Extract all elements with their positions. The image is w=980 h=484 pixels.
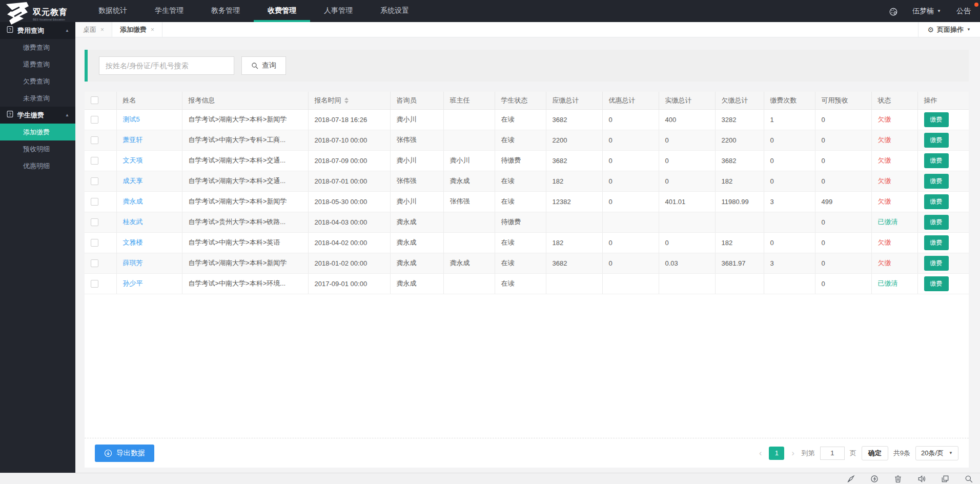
pay-button[interactable]: 缴费 [924, 153, 949, 168]
student-name-link[interactable]: 测试5 [123, 115, 140, 123]
student-name-link[interactable]: 孙少平 [123, 279, 143, 287]
owed-total-cell [715, 212, 764, 232]
nav-item-系统设置[interactable]: 系统设置 [366, 0, 423, 22]
consultant-cell: 张伟强 [390, 171, 443, 191]
user-menu[interactable]: 伍梦楠 ▼ [912, 7, 941, 16]
pay-button[interactable]: 缴费 [924, 133, 949, 148]
sidebar-item-预收明细[interactable]: 预收明细 [0, 140, 75, 157]
sidebar-item-缴费查询[interactable]: 缴费查询 [0, 39, 75, 56]
sidebar-section-学生缴费[interactable]: ?学生缴费▲ [0, 107, 75, 124]
pagination: ‹ 1 › 到第 页 确定 共9条 20条/页 ▼ [757, 446, 958, 460]
search-icon[interactable] [965, 475, 973, 483]
student-name-link[interactable]: 萧亚轩 [123, 136, 143, 144]
table-row: 桂友武自学考试>贵州大学>本科>铁路...2018-04-03 00:00龚永成… [85, 212, 969, 232]
current-page-button[interactable]: 1 [769, 447, 784, 460]
pay-button[interactable]: 缴费 [924, 256, 949, 271]
notice-link[interactable]: 公告 [956, 7, 971, 16]
row-checkbox[interactable] [91, 136, 98, 144]
sort-icon[interactable] [344, 97, 349, 104]
col-header-咨询员: 咨询员 [390, 92, 443, 109]
enroll-time-cell: 2018-07-01 00:00 [308, 171, 390, 191]
row-checkbox[interactable] [91, 239, 98, 247]
action-cell: 缴费 [917, 130, 969, 150]
close-icon[interactable]: × [100, 26, 104, 33]
close-icon[interactable]: × [151, 26, 154, 33]
student-name-link[interactable]: 文天项 [123, 156, 143, 164]
student-name-link[interactable]: 龚永成 [123, 197, 143, 205]
enroll-time-cell: 2018-07-09 00:00 [308, 150, 390, 171]
tab-add-payment[interactable]: 添加缴费 × [112, 22, 162, 37]
enroll-time-cell: 2017-09-01 00:00 [308, 273, 390, 294]
search-button[interactable]: 查询 [241, 56, 286, 75]
pay-button[interactable]: 缴费 [924, 276, 949, 291]
palette-icon[interactable] [889, 7, 897, 15]
nav-item-收费管理[interactable]: 收费管理 [254, 0, 310, 22]
history-icon[interactable] [870, 475, 879, 483]
pay-button[interactable]: 缴费 [924, 194, 949, 209]
prev-page-button[interactable]: ‹ [757, 449, 764, 458]
row-checkbox[interactable] [91, 198, 98, 206]
rocket-icon[interactable] [847, 475, 855, 483]
page-actions-button[interactable]: ⚙ 页面操作 ▼ [918, 22, 980, 37]
student-state-cell: 在读 [495, 130, 546, 150]
sidebar-item-未录查询[interactable]: 未录查询 [0, 90, 75, 107]
student-name-link[interactable]: 成天享 [123, 177, 143, 185]
student-name-link[interactable]: 桂友武 [123, 218, 143, 226]
row-select-cell [85, 253, 116, 273]
col-label: 缴费次数 [770, 96, 797, 104]
status-cell: 欠缴 [871, 150, 917, 171]
sidebar-item-优惠明细[interactable]: 优惠明细 [0, 157, 75, 174]
nav-item-学生管理[interactable]: 学生管理 [141, 0, 197, 22]
consultant-cell: 龚永成 [390, 212, 443, 232]
row-checkbox[interactable] [91, 259, 98, 267]
student-name-link[interactable]: 薛琪芳 [123, 259, 143, 267]
row-checkbox[interactable] [91, 157, 98, 165]
action-cell: 缴费 [917, 232, 969, 253]
sidebar-item-添加缴费[interactable]: 添加缴费 [0, 124, 75, 140]
status-cell: 欠缴 [871, 109, 917, 130]
pay-button[interactable]: 缴费 [924, 235, 949, 250]
select-all-checkbox[interactable] [91, 96, 98, 104]
owed-total-cell: 182 [715, 232, 764, 253]
page-size-select[interactable]: 20条/页 ▼ [915, 446, 958, 460]
sidebar-item-退费查询[interactable]: 退费查询 [0, 56, 75, 73]
nav-item-人事管理[interactable]: 人事管理 [310, 0, 366, 22]
col-label: 优惠总计 [609, 96, 636, 104]
row-checkbox[interactable] [91, 177, 98, 185]
select-all-header [85, 92, 116, 109]
prepay-cell: 0 [815, 253, 871, 273]
nav-item-教务管理[interactable]: 教务管理 [197, 0, 254, 22]
due-total-cell: 182 [546, 232, 602, 253]
student-state-cell: 在读 [495, 191, 546, 212]
table-row: 孙少平自学考试>中南大学>本科>环境...2017-09-01 00:00龚永成… [85, 273, 969, 294]
consultant-cell: 龚永成 [390, 253, 443, 273]
pay-button[interactable]: 缴费 [924, 112, 949, 127]
row-select-cell [85, 130, 116, 150]
nav-item-数据统计[interactable]: 数据统计 [85, 0, 141, 22]
enroll-info-cell: 自学考试>湖南大学>本科>新闻学 [182, 109, 308, 130]
main-nav: 数据统计学生管理教务管理收费管理人事管理系统设置 [85, 0, 423, 22]
window-icon[interactable] [941, 475, 949, 483]
export-button[interactable]: 导出数据 [95, 445, 154, 462]
content-area: 桌面 × 添加缴费 × ⚙ 页面操作 ▼ 查询 [75, 22, 980, 473]
speaker-icon[interactable] [917, 475, 926, 483]
search-input[interactable] [99, 56, 234, 75]
pay-button[interactable]: 缴费 [924, 174, 949, 189]
col-label: 实缴总计 [665, 96, 692, 104]
student-name-link[interactable]: 文雅楼 [123, 238, 143, 246]
enroll-time-cell: 2018-07-18 16:26 [308, 109, 390, 130]
pay-button[interactable]: 缴费 [924, 215, 949, 230]
student-name-cell: 文雅楼 [116, 232, 182, 253]
trash-icon[interactable] [894, 475, 902, 483]
sidebar-item-欠费查询[interactable]: 欠费查询 [0, 73, 75, 90]
page-size-value: 20条/页 [921, 449, 944, 458]
status-cell: 已缴清 [871, 273, 917, 294]
next-page-button[interactable]: › [789, 449, 796, 458]
row-checkbox[interactable] [91, 116, 98, 124]
row-checkbox[interactable] [91, 218, 98, 226]
goto-page-input[interactable] [820, 447, 845, 460]
row-checkbox[interactable] [91, 280, 98, 288]
status-cell: 欠缴 [871, 171, 917, 191]
confirm-page-button[interactable]: 确定 [862, 446, 888, 460]
paid-total-cell: 0 [659, 232, 715, 253]
